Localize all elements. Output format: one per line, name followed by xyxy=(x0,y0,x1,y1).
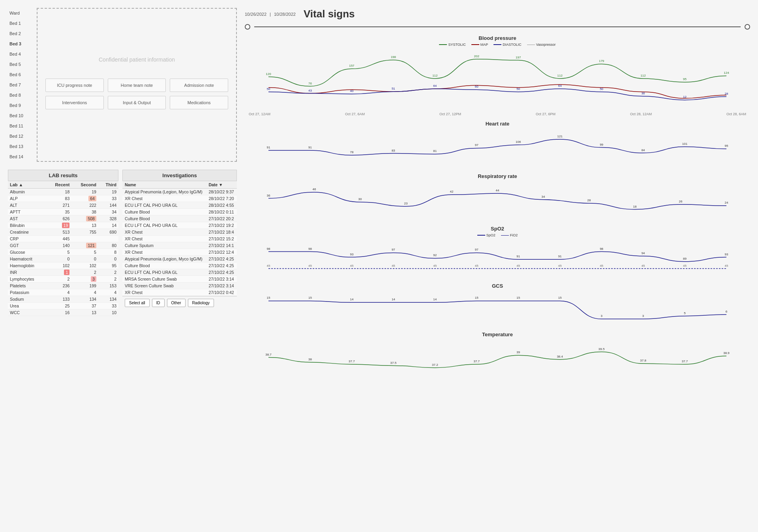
lab-row: Bilirubin191314 xyxy=(8,222,118,229)
input-output-button[interactable]: Input & Output xyxy=(108,96,166,109)
svg-text:45: 45 xyxy=(642,264,645,268)
svg-text:91: 91 xyxy=(516,255,520,258)
svg-text:91: 91 xyxy=(267,146,270,149)
svg-text:198: 198 xyxy=(391,55,396,59)
ward-item-bed3[interactable]: Bed 3 xyxy=(8,39,34,49)
lab-row: Creatinine513755690 xyxy=(8,229,118,236)
lab-row: Albumin181919 xyxy=(8,189,118,195)
lab-row: APTT353834 xyxy=(8,209,118,215)
admission-note-button[interactable]: Admission note xyxy=(170,79,228,92)
svg-text:24: 24 xyxy=(725,201,728,204)
ward-item-bed13[interactable]: Bed 13 xyxy=(8,141,34,152)
inv-row: XR Chest27/10/22 0:42 xyxy=(122,289,237,296)
svg-text:39: 39 xyxy=(516,350,520,354)
svg-text:50: 50 xyxy=(600,87,603,91)
svg-text:46: 46 xyxy=(313,187,316,191)
svg-text:112: 112 xyxy=(640,74,646,77)
lab-row: AST626508328 xyxy=(8,215,118,222)
ward-item-bed14[interactable]: Bed 14 xyxy=(8,152,34,162)
svg-text:39.5: 39.5 xyxy=(599,347,605,351)
ward-item-bed12[interactable]: Bed 12 xyxy=(8,131,34,141)
ward-item-bed1[interactable]: Bed 1 xyxy=(8,18,34,28)
svg-text:14: 14 xyxy=(392,298,395,301)
svg-text:45: 45 xyxy=(267,264,270,268)
inv-table: Name Date ▼ Atypical Pneumonia (Legion, … xyxy=(122,181,237,296)
heart-rate-title: Heart rate xyxy=(245,121,750,127)
svg-text:28: 28 xyxy=(725,92,728,96)
ward-item-bed2[interactable]: Bed 2 xyxy=(8,28,34,39)
legend-systolic: SYSTOLIC xyxy=(439,43,465,47)
svg-text:3: 3 xyxy=(642,314,644,318)
svg-text:83: 83 xyxy=(392,149,395,152)
svg-text:40: 40 xyxy=(350,89,353,93)
svg-text:15: 15 xyxy=(558,296,562,300)
lab-row: CRP445 xyxy=(8,236,118,242)
bottom-tables: LAB results Lab ▲ Recent Second Third Al… xyxy=(8,170,237,316)
svg-text:179: 179 xyxy=(599,59,604,63)
svg-text:15: 15 xyxy=(516,296,520,300)
svg-text:89: 89 xyxy=(683,257,687,260)
inv-row: XR Chest28/10/22 7:20 xyxy=(122,195,237,202)
lab-row: Haematocrit000 xyxy=(8,256,118,262)
hr-chart: 919178838197106121998410195 xyxy=(245,128,750,169)
svg-text:37.5: 37.5 xyxy=(390,361,397,365)
inv-row: XR Chest27/10/22 12:4 xyxy=(122,249,237,256)
date-to: 10/28/2022 xyxy=(274,12,296,17)
right-panel: 10/26/2022 | 10/28/2022 Vital signs Bloo… xyxy=(245,8,750,384)
svg-text:50: 50 xyxy=(267,87,270,91)
ward-item-bed11[interactable]: Bed 11 xyxy=(8,121,34,131)
home-team-note-button[interactable]: Home team note xyxy=(108,79,166,92)
svg-text:91: 91 xyxy=(558,255,562,258)
svg-text:37.7: 37.7 xyxy=(473,360,480,363)
interventions-button[interactable]: Interventions xyxy=(45,96,104,109)
ward-item-bed10[interactable]: Bed 10 xyxy=(8,111,34,121)
legend-vasopressor: Vasopressor xyxy=(527,43,556,47)
radiology-button[interactable]: Radiology xyxy=(188,299,214,307)
ward-item-bed8[interactable]: Bed 8 xyxy=(8,90,34,100)
action-buttons: ICU progress note Home team note Admissi… xyxy=(38,75,236,113)
svg-text:18: 18 xyxy=(633,205,637,208)
blood-pressure-section: Blood pressure SYSTOLIC MAP DIASTOLIC Va… xyxy=(245,35,750,116)
id-button[interactable]: ID xyxy=(152,299,165,307)
lab-row: Lymphocytes232 xyxy=(8,276,118,283)
svg-text:92: 92 xyxy=(433,253,437,257)
svg-text:45: 45 xyxy=(392,264,395,268)
svg-text:42: 42 xyxy=(450,190,454,193)
svg-text:15: 15 xyxy=(308,296,312,300)
action-row-2: Interventions Input & Output Medications xyxy=(45,96,228,109)
lab-col-lab: Lab ▲ xyxy=(8,181,47,189)
other-button[interactable]: Other xyxy=(167,299,186,307)
ward-item-bed5[interactable]: Bed 5 xyxy=(8,59,34,69)
ward-item-bed4[interactable]: Bed 4 xyxy=(8,49,34,59)
patient-info-box: Confidential patient information ICU pro… xyxy=(37,8,237,162)
medications-button[interactable]: Medications xyxy=(170,96,228,109)
inv-row: ECU LFT CAL PHO URA GL27/10/22 19:2 xyxy=(122,222,237,229)
inv-row: ECU LFT CAL PHO URA GL27/10/22 4:25 xyxy=(122,269,237,276)
svg-text:98: 98 xyxy=(267,247,270,251)
icu-progress-note-button[interactable]: ICU progress note xyxy=(45,79,104,92)
lab-row: INR122 xyxy=(8,269,118,276)
svg-text:101: 101 xyxy=(682,142,688,146)
gcs-title: GCS xyxy=(245,283,750,289)
lab-row: Urea253733 xyxy=(8,303,118,309)
temp-svg: 38.73837.737.537.237.73938.439.537.837.7… xyxy=(245,339,750,378)
svg-text:93: 93 xyxy=(725,253,728,256)
svg-text:124: 124 xyxy=(724,71,729,75)
svg-text:64: 64 xyxy=(433,84,437,88)
svg-text:93: 93 xyxy=(350,253,353,256)
inv-row: Atypical Pneumonia (Legion, Myco IgG/M)2… xyxy=(122,256,237,262)
svg-text:81: 81 xyxy=(433,149,437,153)
ward-item-ward[interactable]: Ward xyxy=(8,8,34,18)
rr-section: Respiratory rate 3646302342443428182624 xyxy=(245,173,750,221)
svg-text:30: 30 xyxy=(642,92,645,95)
svg-text:12: 12 xyxy=(683,95,687,99)
inv-row: Atypical Pneumonia (Legion, Myco IgG/M)2… xyxy=(122,189,237,195)
lab-table: Lab ▲ Recent Second Third Albumin181919A… xyxy=(8,181,118,316)
svg-text:197: 197 xyxy=(516,56,521,59)
ward-item-bed7[interactable]: Bed 7 xyxy=(8,80,34,90)
ward-item-bed9[interactable]: Bed 9 xyxy=(8,100,34,111)
select-all-button[interactable]: Select all xyxy=(125,299,150,307)
lab-row: Glucose558 xyxy=(8,249,118,256)
ward-item-bed6[interactable]: Bed 6 xyxy=(8,69,34,80)
lab-results-title: LAB results xyxy=(8,170,118,181)
